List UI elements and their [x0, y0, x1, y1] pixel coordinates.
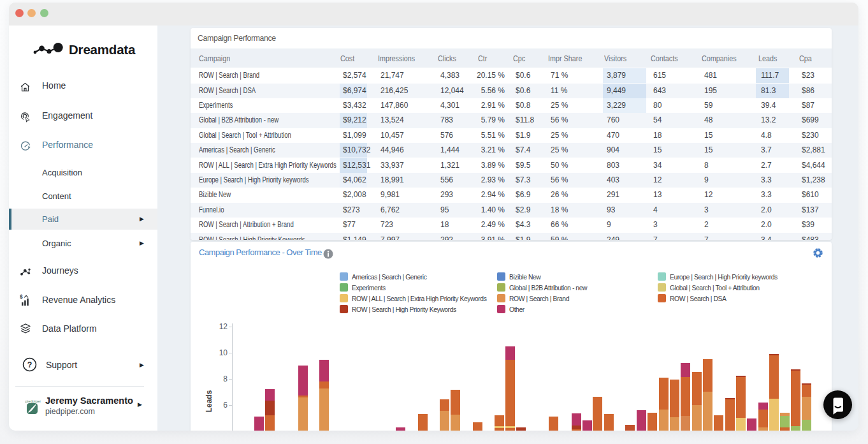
svg-text:?: ?: [27, 360, 33, 369]
svg-text:$: $: [20, 294, 23, 300]
